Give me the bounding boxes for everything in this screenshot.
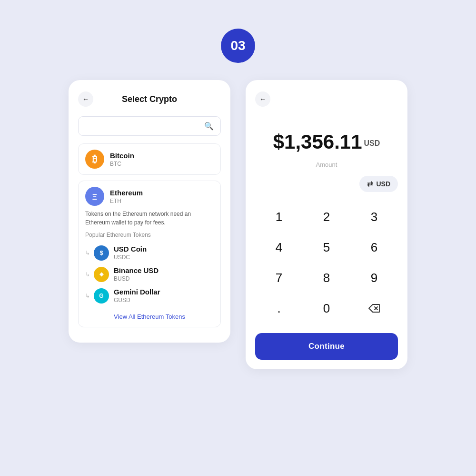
gusd-icon: G	[94, 288, 109, 304]
bitcoin-info: Bitcoin BTC	[110, 152, 134, 167]
numpad-key-dot[interactable]: .	[255, 293, 303, 324]
left-back-icon: ←	[82, 95, 89, 103]
usdc-name: USD Coin	[114, 245, 147, 253]
usdc-symbol: USDC	[114, 254, 147, 261]
bitcoin-name: Bitcoin	[110, 152, 134, 160]
busd-name: Binance USD	[114, 266, 159, 274]
usdc-glyph: $	[99, 249, 103, 256]
popular-tokens-label: Popular Ethereum Tokens	[85, 232, 214, 238]
bitcoin-symbol-glyph	[92, 154, 97, 165]
numpad: 1 2 3 4 5 6 7 8 9 . 0	[255, 202, 398, 324]
gusd-info: Gemini Dollar GUSD	[114, 288, 160, 304]
gusd-token-item[interactable]: ↳ G Gemini Dollar GUSD	[85, 285, 214, 306]
backspace-icon	[368, 304, 380, 313]
bitcoin-item[interactable]: Bitcoin BTC	[78, 143, 221, 175]
ethereum-section: Ethereum ETH Tokens on the Ethereum netw…	[78, 181, 221, 327]
gusd-arrow-icon: ↳	[85, 293, 90, 299]
ethereum-info: Ethereum ETH	[110, 189, 143, 204]
ethereum-symbol: ETH	[110, 198, 143, 204]
busd-symbol: BUSD	[114, 275, 159, 282]
step-number: 03	[230, 38, 245, 53]
left-panel-title: Select Crypto	[122, 94, 177, 104]
ethereum-header: Ethereum ETH	[85, 187, 214, 206]
step-badge: 03	[221, 29, 255, 63]
amount-panel: ← $1,356.11USD Amount ⇄ USD 1 2 3 4 5 6 …	[246, 80, 407, 369]
right-back-icon: ←	[259, 95, 266, 103]
usdc-token-item[interactable]: ↳ $ USD Coin USDC	[85, 242, 214, 263]
search-container: 🔍	[78, 116, 221, 136]
gusd-symbol: GUSD	[114, 297, 160, 304]
amount-label: Amount	[255, 161, 398, 168]
numpad-key-6[interactable]: 6	[350, 232, 398, 263]
numpad-key-7[interactable]: 7	[255, 263, 303, 293]
currency-toggle-label: USD	[376, 180, 390, 188]
numpad-key-5[interactable]: 5	[303, 232, 350, 263]
amount-display: $1,356.11USD	[255, 116, 398, 158]
bitcoin-symbol: BTC	[110, 161, 134, 167]
ethereum-note: Tokens on the Ethereum network need an E…	[85, 210, 214, 227]
numpad-backspace-button[interactable]	[350, 293, 398, 324]
usdc-info: USD Coin USDC	[114, 245, 147, 261]
busd-icon: ◆	[94, 267, 109, 282]
ethereum-icon	[85, 187, 104, 206]
bitcoin-icon	[85, 150, 104, 169]
usdc-arrow-icon: ↳	[85, 250, 90, 256]
numpad-key-2[interactable]: 2	[303, 202, 350, 232]
numpad-key-1[interactable]: 1	[255, 202, 303, 232]
numpad-key-4[interactable]: 4	[255, 232, 303, 263]
busd-info: Binance USD BUSD	[114, 266, 159, 282]
select-crypto-panel: ← Select Crypto 🔍 Bitcoin BTC	[69, 80, 230, 343]
panels-row: ← Select Crypto 🔍 Bitcoin BTC	[69, 80, 407, 369]
right-back-button[interactable]: ←	[255, 91, 270, 107]
numpad-key-0[interactable]: 0	[303, 293, 350, 324]
usdc-icon: $	[94, 245, 109, 261]
search-input[interactable]	[85, 122, 204, 130]
currency-toggle-row: ⇄ USD	[255, 176, 398, 192]
numpad-key-8[interactable]: 8	[303, 263, 350, 293]
view-all-ethereum-tokens-link[interactable]: View All Ethereum Tokens	[85, 310, 214, 323]
numpad-key-9[interactable]: 9	[350, 263, 398, 293]
right-panel-header: ←	[255, 91, 398, 107]
currency-toggle-button[interactable]: ⇄ USD	[359, 176, 398, 192]
left-panel-header: ← Select Crypto	[78, 91, 221, 107]
busd-glyph: ◆	[99, 271, 103, 277]
ethereum-name: Ethereum	[110, 189, 143, 197]
left-back-button[interactable]: ←	[78, 91, 93, 107]
amount-currency-suffix: USD	[364, 139, 380, 147]
gusd-name: Gemini Dollar	[114, 288, 160, 296]
search-icon: 🔍	[204, 122, 214, 131]
busd-arrow-icon: ↳	[85, 271, 90, 278]
ethereum-symbol-glyph	[92, 191, 97, 202]
busd-token-item[interactable]: ↳ ◆ Binance USD BUSD	[85, 263, 214, 285]
swap-icon: ⇄	[367, 180, 373, 188]
numpad-key-3[interactable]: 3	[350, 202, 398, 232]
gusd-glyph: G	[99, 293, 103, 299]
amount-value: $1,356.11	[273, 131, 362, 153]
continue-button[interactable]: Continue	[255, 333, 398, 360]
